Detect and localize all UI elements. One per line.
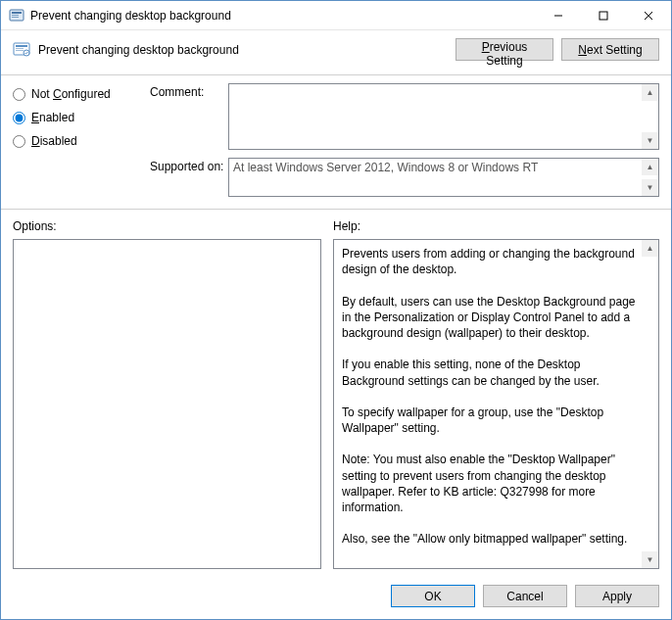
top-area: Not Configured Enabled Disabled Comment:… [1,75,671,210]
scroll-down-icon[interactable]: ▼ [642,179,658,196]
ok-button[interactable]: OK [391,585,475,607]
help-panel: Prevents users from adding or changing t… [333,239,659,569]
radio-not-configured[interactable]: Not Configured [13,87,150,101]
svg-rect-3 [12,17,19,18]
options-panel [13,239,321,569]
radio-disabled-input[interactable] [13,135,25,148]
radio-enabled-input[interactable] [13,112,25,124]
scroll-down-icon[interactable]: ▼ [642,132,658,149]
radio-not-configured-input[interactable] [13,88,25,101]
policy-app-icon [9,8,24,24]
svg-rect-5 [600,12,607,20]
comment-textbox[interactable]: ▲ ▼ [228,83,659,150]
apply-button[interactable]: Apply [575,585,659,607]
svg-rect-11 [16,50,24,51]
policy-title: Prevent changing desktop background [38,43,448,57]
svg-rect-1 [12,12,22,14]
next-setting-button[interactable]: Next Setting [561,38,659,61]
supported-label: Supported on: [150,158,228,197]
scroll-up-icon[interactable]: ▲ [642,240,658,257]
scroll-up-icon[interactable]: ▲ [642,84,658,101]
minimize-button[interactable] [536,1,581,30]
dialog-button-row: OK Cancel Apply [1,577,671,619]
radio-disabled[interactable]: Disabled [13,134,150,148]
header-row: Prevent changing desktop background Prev… [1,30,671,75]
comment-label: Comment: [150,83,228,150]
window-title: Prevent changing desktop background [30,9,536,23]
help-text: Prevents users from adding or changing t… [334,240,658,553]
svg-rect-2 [12,15,19,16]
scroll-down-icon[interactable]: ▼ [642,551,658,568]
svg-rect-10 [16,48,24,49]
supported-value: At least Windows Server 2012, Windows 8 … [229,159,658,176]
supported-textbox: At least Windows Server 2012, Windows 8 … [228,158,659,197]
comment-value [229,84,658,88]
state-radio-group: Not Configured Enabled Disabled [13,83,150,205]
maximize-button[interactable] [581,1,626,30]
options-label: Options: [13,219,321,233]
cancel-button[interactable]: Cancel [483,585,567,607]
close-button[interactable] [626,1,671,30]
scroll-up-icon[interactable]: ▲ [642,159,658,175]
previous-setting-button[interactable]: Previous Setting [456,38,553,61]
policy-icon [13,41,30,59]
radio-enabled[interactable]: Enabled [13,111,150,124]
help-label: Help: [333,219,659,233]
svg-rect-9 [16,45,27,47]
lower-area: Options: Help: Prevents users from addin… [1,210,671,577]
titlebar: Prevent changing desktop background [1,1,671,30]
